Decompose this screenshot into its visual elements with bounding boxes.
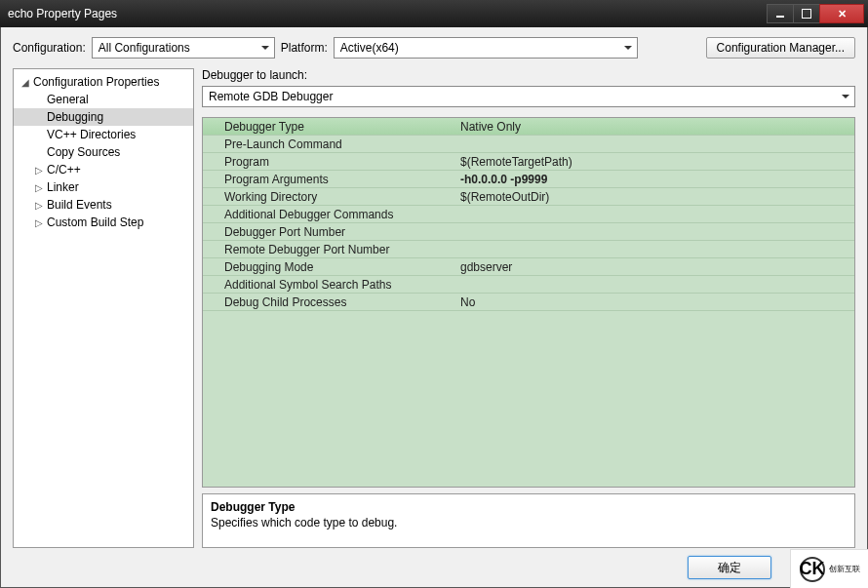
titlebar: echo Property Pages bbox=[0, 0, 868, 27]
configuration-value: All Configurations bbox=[99, 41, 190, 55]
main-row: ◢ Configuration Properties GeneralDebugg… bbox=[13, 68, 855, 548]
tree-item-debugging[interactable]: Debugging bbox=[14, 108, 193, 126]
property-name: Working Directory bbox=[203, 190, 456, 204]
property-panel: Debugger to launch: Remote GDB Debugger … bbox=[202, 68, 855, 548]
configuration-manager-button[interactable]: Configuration Manager... bbox=[706, 37, 855, 59]
platform-dropdown[interactable]: Active(x64) bbox=[334, 37, 638, 59]
expand-icon: ▷ bbox=[33, 165, 45, 176]
property-tree[interactable]: ◢ Configuration Properties GeneralDebugg… bbox=[13, 68, 194, 548]
property-value[interactable]: $(RemoteTargetPath) bbox=[456, 155, 854, 169]
property-name: Pre-Launch Command bbox=[203, 137, 456, 151]
property-row[interactable]: Program Arguments-h0.0.0.0 -p9999 bbox=[203, 171, 854, 188]
ok-button[interactable]: 确定 bbox=[688, 556, 771, 579]
tree-root[interactable]: ◢ Configuration Properties bbox=[14, 73, 193, 91]
property-value[interactable]: No bbox=[456, 295, 854, 309]
tree-item-c-c-[interactable]: ▷C/C++ bbox=[14, 161, 193, 178]
tree-item-vc-directories[interactable]: VC++ Directories bbox=[14, 126, 193, 143]
tree-item-label: C/C++ bbox=[45, 163, 81, 176]
property-name: Debugging Mode bbox=[203, 260, 456, 274]
platform-label: Platform: bbox=[281, 41, 328, 55]
logo-icon: CK bbox=[800, 557, 825, 582]
property-row[interactable]: Pre-Launch Command bbox=[203, 136, 854, 153]
property-row[interactable]: Remote Debugger Port Number bbox=[203, 241, 854, 258]
window-buttons bbox=[768, 4, 864, 23]
tree-item-label: Build Events bbox=[45, 198, 112, 212]
description-title: Debugger Type bbox=[211, 500, 847, 514]
property-grid: Debugger TypeNative OnlyPre-Launch Comma… bbox=[202, 117, 855, 488]
property-name: Debug Child Processes bbox=[203, 295, 456, 309]
property-value[interactable]: Native Only bbox=[456, 120, 854, 134]
window-title: echo Property Pages bbox=[4, 7, 768, 20]
tree-item-label: Debugging bbox=[45, 110, 103, 124]
property-row[interactable]: Program$(RemoteTargetPath) bbox=[203, 153, 854, 171]
grid-empty-area bbox=[203, 311, 854, 487]
property-row[interactable]: Debugger TypeNative Only bbox=[203, 118, 854, 136]
tree-item-label: Linker bbox=[45, 180, 79, 194]
minimize-button[interactable] bbox=[767, 4, 794, 23]
property-name: Additional Symbol Search Paths bbox=[203, 278, 456, 292]
close-button[interactable] bbox=[819, 4, 864, 23]
property-row[interactable]: Debugging Modegdbserver bbox=[203, 258, 854, 276]
configuration-dropdown[interactable]: All Configurations bbox=[92, 37, 275, 59]
expand-icon: ▷ bbox=[33, 182, 45, 193]
description-box: Debugger Type Specifies which code type … bbox=[202, 493, 855, 548]
collapse-icon: ◢ bbox=[20, 77, 31, 88]
launcher-label: Debugger to launch: bbox=[202, 68, 855, 82]
property-value[interactable]: -h0.0.0.0 -p9999 bbox=[456, 173, 854, 186]
config-row: Configuration: All Configurations Platfo… bbox=[13, 37, 855, 59]
launcher-dropdown[interactable]: Remote GDB Debugger bbox=[202, 86, 855, 107]
tree-item-label: General bbox=[45, 93, 89, 106]
dialog-content: Configuration: All Configurations Platfo… bbox=[0, 27, 868, 588]
logo-text: 创新互联 bbox=[829, 566, 860, 573]
tree-item-label: Custom Build Step bbox=[45, 216, 143, 229]
property-name: Additional Debugger Commands bbox=[203, 208, 456, 221]
tree-item-label: VC++ Directories bbox=[45, 128, 136, 141]
platform-value: Active(x64) bbox=[340, 41, 399, 55]
expand-icon: ▷ bbox=[33, 217, 45, 228]
tree-item-copy-sources[interactable]: Copy Sources bbox=[14, 143, 193, 161]
property-row[interactable]: Working Directory$(RemoteOutDir) bbox=[203, 188, 854, 206]
tree-item-label: Copy Sources bbox=[45, 145, 120, 159]
tree-item-build-events[interactable]: ▷Build Events bbox=[14, 196, 193, 214]
property-value[interactable]: $(RemoteOutDir) bbox=[456, 190, 854, 204]
property-name: Program bbox=[203, 155, 456, 169]
property-value[interactable]: gdbserver bbox=[456, 260, 854, 274]
maximize-button[interactable] bbox=[793, 4, 820, 23]
launcher-value: Remote GDB Debugger bbox=[209, 90, 333, 103]
watermark-logo: CK 创新互联 bbox=[790, 549, 868, 588]
property-row[interactable]: Additional Debugger Commands bbox=[203, 206, 854, 223]
configuration-label: Configuration: bbox=[13, 41, 86, 55]
property-row[interactable]: Additional Symbol Search Paths bbox=[203, 276, 854, 294]
property-row[interactable]: Debugger Port Number bbox=[203, 223, 854, 241]
expand-icon: ▷ bbox=[33, 200, 45, 211]
property-name: Debugger Port Number bbox=[203, 225, 456, 239]
property-name: Program Arguments bbox=[203, 173, 456, 186]
dialog-buttons: 确定 bbox=[13, 556, 855, 579]
property-name: Debugger Type bbox=[203, 120, 456, 134]
property-name: Remote Debugger Port Number bbox=[203, 243, 456, 256]
property-row[interactable]: Debug Child ProcessesNo bbox=[203, 294, 854, 311]
tree-item-general[interactable]: General bbox=[14, 91, 193, 108]
description-text: Specifies which code type to debug. bbox=[211, 516, 847, 529]
tree-item-linker[interactable]: ▷Linker bbox=[14, 178, 193, 196]
tree-item-custom-build-step[interactable]: ▷Custom Build Step bbox=[14, 214, 193, 231]
